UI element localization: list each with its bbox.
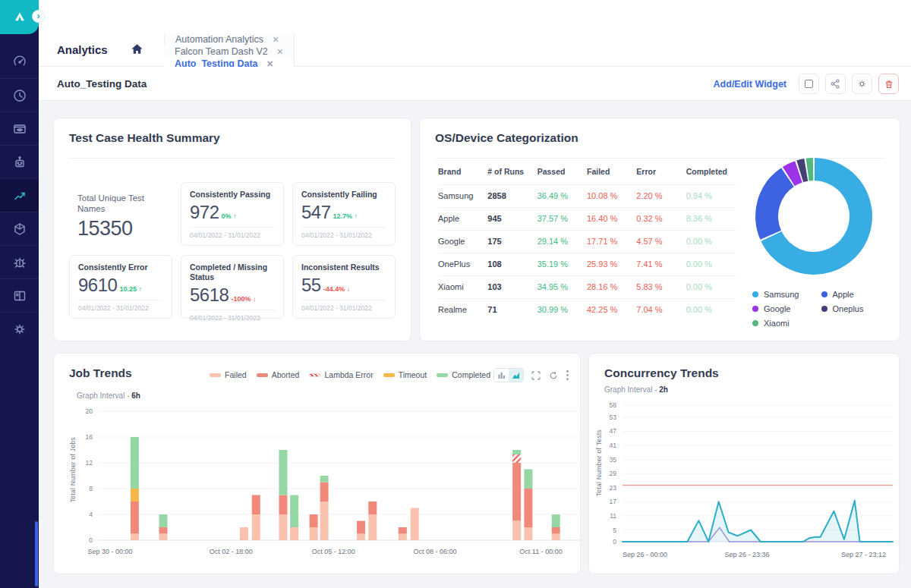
- legend-item-aborted[interactable]: Aborted: [257, 370, 300, 379]
- bar-segment-completed[interactable]: [524, 470, 532, 489]
- stat-tile-total-unique-test-names[interactable]: Total Unique Test Names15350: [69, 182, 172, 246]
- stat-tile-consistently-error[interactable]: Consistently Error961010.25 ↑04/01/2022 …: [69, 255, 172, 319]
- stat-value: 5618: [190, 285, 229, 305]
- bar-segment-aborted[interactable]: [320, 483, 329, 502]
- table-row[interactable]: Samsung285836.49 %10.08 %2.20 %0.94 %: [438, 184, 736, 207]
- job-trends-plot[interactable]: 201612840Sep 30 - 00:00Oct 02 - 18:00Oct…: [74, 405, 586, 561]
- bar-segment-aborted[interactable]: [159, 527, 167, 534]
- sidebar-item-automation[interactable]: [0, 145, 39, 178]
- stat-delta: -44.4% ↓: [323, 285, 351, 293]
- stat-tile-consistently-failing[interactable]: Consistently Failing54712.7% ↑04/01/2022…: [292, 182, 396, 246]
- sidebar-item-gauge[interactable]: [0, 45, 39, 78]
- stat-label: Inconsistent Results: [301, 263, 386, 272]
- bar-segment-completed[interactable]: [512, 450, 521, 454]
- sidebar-item-bug[interactable]: [0, 245, 39, 278]
- stop-square-button[interactable]: [799, 74, 819, 94]
- legend-item-lambda-error[interactable]: Lambda Error: [309, 370, 373, 379]
- sidebar-item-settings[interactable]: [0, 312, 39, 345]
- bar-segment-aborted[interactable]: [524, 489, 532, 527]
- bar-segment-completed[interactable]: [279, 450, 287, 495]
- bar-segment-aborted[interactable]: [131, 502, 139, 534]
- sidebar-item-real-time[interactable]: [0, 112, 39, 145]
- tab-falcon-team-dash-v2[interactable]: Falcon Team Dash V2×: [164, 46, 295, 58]
- table-row[interactable]: Google17529.14 %17.71 %4.57 %0.00 %: [438, 230, 736, 253]
- legend-item-timeout[interactable]: Timeout: [383, 370, 427, 379]
- bar-segment-completed[interactable]: [290, 495, 298, 528]
- bar-segment-failed[interactable]: [290, 527, 298, 540]
- share-button[interactable]: [825, 74, 846, 94]
- refresh-button[interactable]: [548, 370, 559, 381]
- bar-segment-aborted[interactable]: [357, 521, 365, 534]
- lambdatest-logo[interactable]: ›: [0, 0, 39, 34]
- stat-tile-consistently-passing[interactable]: Consistently Passing9720% ↑04/01/2022 - …: [181, 182, 284, 246]
- sidebar-item-clock[interactable]: [0, 78, 39, 112]
- bar-segment-failed[interactable]: [252, 514, 260, 540]
- fullscreen-button[interactable]: [531, 370, 541, 381]
- book-icon: [12, 288, 27, 303]
- stat-tile-inconsistent-results[interactable]: Inconsistent Results55-44.4% ↓04/01/2022…: [292, 255, 396, 319]
- bar-segment-failed[interactable]: [320, 502, 329, 540]
- bar-segment-aborted[interactable]: [368, 502, 377, 514]
- sidebar-scrollbar[interactable]: [35, 521, 38, 586]
- legend-item-oneplus[interactable]: Oneplus: [821, 304, 886, 313]
- graph-interval-label: Graph Interval - 2h: [604, 385, 668, 394]
- bar-segment-completed[interactable]: [131, 437, 139, 489]
- bar-segment-aborted[interactable]: [310, 514, 318, 527]
- bar-segment-aborted[interactable]: [399, 527, 407, 534]
- bar-segment-timeout[interactable]: [131, 489, 139, 502]
- bar-segment-failed[interactable]: [524, 527, 532, 540]
- more-menu-button[interactable]: [566, 369, 569, 381]
- widget-settings-button[interactable]: [852, 74, 872, 94]
- bar-segment-completed[interactable]: [159, 514, 167, 527]
- legend-item-failed[interactable]: Failed: [210, 370, 247, 379]
- add-edit-widget-link[interactable]: Add/Edit Widget: [714, 79, 786, 90]
- table-cell: 945: [487, 207, 537, 230]
- stat-label: Total Unique Test Names: [77, 193, 164, 215]
- svg-text:23: 23: [610, 484, 617, 492]
- bar-segment-failed[interactable]: [411, 508, 419, 541]
- legend-item-samsung[interactable]: Samsung: [752, 290, 817, 299]
- sidebar-item-analytics[interactable]: [0, 178, 39, 212]
- bar-segment-lambda_error[interactable]: [512, 454, 521, 463]
- area-view-button[interactable]: [509, 369, 523, 382]
- bar-segment-failed[interactable]: [552, 534, 560, 541]
- tab-close-icon[interactable]: ×: [277, 46, 283, 58]
- bar-segment-failed[interactable]: [240, 527, 248, 540]
- bar-segment-failed[interactable]: [159, 534, 167, 541]
- bar-segment-failed[interactable]: [512, 521, 521, 541]
- table-row[interactable]: Apple94537.57 %16.40 %0.32 %8.36 %: [438, 207, 736, 230]
- home-icon[interactable]: [130, 42, 144, 66]
- tab-automation-analytics[interactable]: Automation Analytics×: [164, 33, 295, 46]
- bar-segment-failed[interactable]: [357, 534, 365, 541]
- stat-tile-completed-missing-status[interactable]: Completed / Missing Status5618-100% ↓04/…: [181, 255, 284, 319]
- table-row[interactable]: OnePlus10835.19 %25.93 %7.41 %0.00 %: [438, 253, 736, 275]
- bar-segment-failed[interactable]: [310, 527, 318, 540]
- bar-segment-completed[interactable]: [552, 514, 560, 527]
- delete-dashboard-button[interactable]: [878, 74, 899, 94]
- bar-segment-completed[interactable]: [320, 476, 329, 483]
- stat-label: Completed / Missing Status: [190, 263, 275, 282]
- table-row[interactable]: Xiaomi10334.95 %28.16 %5.83 %0.00 %: [438, 275, 736, 298]
- expand-chevron-icon[interactable]: ›: [32, 10, 45, 23]
- bar-segment-aborted[interactable]: [512, 463, 521, 521]
- svg-text:Oct 02 - 18:00: Oct 02 - 18:00: [210, 548, 253, 555]
- bar-segment-failed[interactable]: [279, 514, 287, 540]
- bar-segment-failed[interactable]: [399, 534, 407, 541]
- sidebar-item-docs[interactable]: [0, 278, 39, 312]
- bar-segment-aborted[interactable]: [552, 527, 560, 534]
- table-row[interactable]: Realme7130.99 %42.25 %7.04 %0.00 %: [438, 298, 736, 321]
- bar-segment-failed[interactable]: [131, 534, 139, 541]
- legend-item-xiaomi[interactable]: Xiaomi: [752, 319, 817, 328]
- tab-close-icon[interactable]: ×: [273, 33, 279, 46]
- legend-item-completed[interactable]: Completed: [437, 370, 490, 379]
- bar-view-button[interactable]: [494, 369, 509, 382]
- table-cell: 7.41 %: [636, 253, 686, 275]
- bar-segment-aborted[interactable]: [279, 495, 287, 515]
- donut-slice-apple[interactable]: [755, 168, 794, 240]
- legend-item-apple[interactable]: Apple: [821, 290, 886, 299]
- sidebar-item-hyperexecute[interactable]: [0, 212, 39, 245]
- bar-segment-failed[interactable]: [368, 514, 377, 540]
- bar-segment-aborted[interactable]: [252, 495, 260, 515]
- concurrency-plot[interactable]: 05111723293541475358Sep 26 - 00:00Sep 26…: [600, 399, 897, 568]
- legend-item-google[interactable]: Google: [752, 304, 817, 313]
